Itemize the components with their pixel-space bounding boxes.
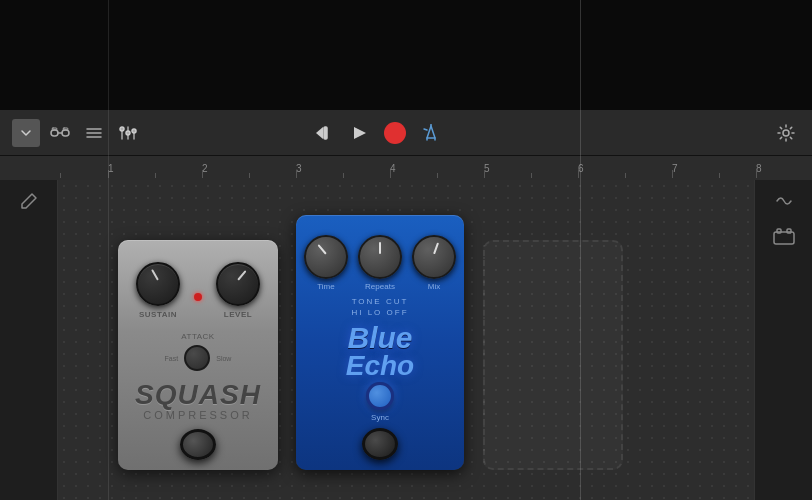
pedalboard-icon <box>773 228 795 246</box>
level-label: LEVEL <box>224 310 252 319</box>
ruler-small-tick <box>625 173 626 178</box>
record-dot <box>384 122 406 144</box>
pedalboard: SUSTAIN LEVEL ATTACK Fast Slow <box>58 180 754 500</box>
time-knob-group: Time <box>304 235 348 291</box>
ruler-tick-7 <box>672 170 673 178</box>
toolbar-left <box>12 119 142 147</box>
mix-label: Mix <box>428 282 440 291</box>
squash-name: SQUASH COMPRESSOR <box>135 381 261 421</box>
dropdown-button[interactable] <box>12 119 40 147</box>
svg-marker-16 <box>354 127 366 139</box>
mix-knob[interactable] <box>412 235 456 279</box>
fast-label: Fast <box>165 355 179 362</box>
squash-footswitch[interactable] <box>180 429 216 460</box>
sync-button[interactable] <box>366 382 394 410</box>
toolbar-center <box>309 119 445 147</box>
empty-pedal-slot <box>483 240 623 470</box>
repeats-knob-group: Repeats <box>358 235 402 291</box>
echo-footswitch[interactable] <box>362 428 398 460</box>
ruler-small-tick <box>719 173 720 178</box>
sustain-knob[interactable] <box>136 262 180 306</box>
svg-rect-23 <box>774 232 794 244</box>
time-knob[interactable] <box>304 235 348 279</box>
mix-knob-group: Mix <box>412 235 456 291</box>
svg-point-22 <box>783 130 789 136</box>
svg-rect-3 <box>63 128 68 130</box>
squash-subtitle: COMPRESSOR <box>135 409 261 421</box>
tune-button[interactable] <box>417 119 445 147</box>
sustain-label: SUSTAIN <box>139 310 177 319</box>
mixer-button[interactable] <box>114 119 142 147</box>
ruler-tick-2 <box>202 170 203 178</box>
gear-button[interactable] <box>772 119 800 147</box>
chain-button[interactable] <box>46 119 74 147</box>
squash-title: SQUASH <box>135 381 261 409</box>
led-indicator <box>194 293 202 301</box>
ruler-small-tick <box>155 173 156 178</box>
ruler-small-tick <box>60 173 61 178</box>
pedal-button[interactable] <box>771 224 797 250</box>
record-button[interactable] <box>381 119 409 147</box>
ruler-small-tick <box>343 173 344 178</box>
svg-rect-24 <box>777 229 781 233</box>
list-icon <box>85 126 103 140</box>
echo-name: Blue Echo <box>346 323 414 378</box>
timeline-line-1 <box>580 0 581 500</box>
play-icon <box>350 125 368 141</box>
ruler-tick-5 <box>484 170 485 178</box>
svg-rect-25 <box>787 229 791 233</box>
wire-icon <box>775 192 793 210</box>
rewind-button[interactable] <box>309 119 337 147</box>
right-panel <box>754 180 812 500</box>
tune-icon <box>421 124 441 142</box>
slow-label: Slow <box>216 355 231 362</box>
svg-rect-1 <box>62 130 69 136</box>
ruler-tick-8 <box>756 170 757 178</box>
sync-group: Sync <box>366 382 394 422</box>
ruler-tick-6 <box>578 170 579 178</box>
wire-button[interactable] <box>771 188 797 214</box>
svg-point-11 <box>120 127 124 131</box>
ruler-small-tick <box>249 173 250 178</box>
time-label: Time <box>317 282 334 291</box>
top-bar <box>0 0 812 110</box>
blue-echo-pedal[interactable]: Time Repeats Mix TONE CUT HI LO OFF Blu <box>296 215 464 470</box>
attack-section: ATTACK Fast Slow <box>165 325 232 371</box>
svg-rect-15 <box>324 127 327 139</box>
tone-cut-label: TONE CUT <box>352 297 409 306</box>
sustain-knob-group: SUSTAIN <box>136 262 180 319</box>
mixer-icon <box>119 125 137 141</box>
toolbar-right <box>772 119 800 147</box>
sustain-indicator <box>151 269 159 280</box>
svg-point-12 <box>126 131 130 135</box>
repeats-knob[interactable] <box>358 235 402 279</box>
list-button[interactable] <box>80 119 108 147</box>
svg-rect-0 <box>51 130 58 136</box>
svg-marker-14 <box>316 127 323 139</box>
ruler-tick-4 <box>390 170 391 178</box>
sync-label: Sync <box>371 413 389 422</box>
left-panel <box>0 180 58 500</box>
rewind-icon <box>314 125 332 141</box>
svg-rect-2 <box>52 128 57 130</box>
level-indicator <box>237 270 246 280</box>
attack-label: ATTACK <box>181 332 214 341</box>
svg-point-13 <box>132 129 136 133</box>
echo-knobs-row: Time Repeats Mix <box>306 235 454 291</box>
gear-icon <box>776 123 796 143</box>
pencil-button[interactable] <box>16 188 42 214</box>
attack-knob[interactable] <box>184 345 210 371</box>
hi-lo-label: HI LO OFF <box>351 308 408 317</box>
squash-compressor-pedal[interactable]: SUSTAIN LEVEL ATTACK Fast Slow <box>118 240 278 470</box>
ruler-small-tick <box>531 173 532 178</box>
timeline-line-2 <box>108 0 109 500</box>
play-button[interactable] <box>345 119 373 147</box>
chevron-down-icon <box>19 126 33 140</box>
echo-title-blue: Blue <box>346 323 414 353</box>
level-knob[interactable] <box>216 262 260 306</box>
attack-row: Fast Slow <box>165 345 232 371</box>
toolbar <box>0 110 812 156</box>
svg-marker-17 <box>427 126 435 138</box>
chain-icon <box>50 126 70 140</box>
pencil-icon <box>20 192 38 210</box>
